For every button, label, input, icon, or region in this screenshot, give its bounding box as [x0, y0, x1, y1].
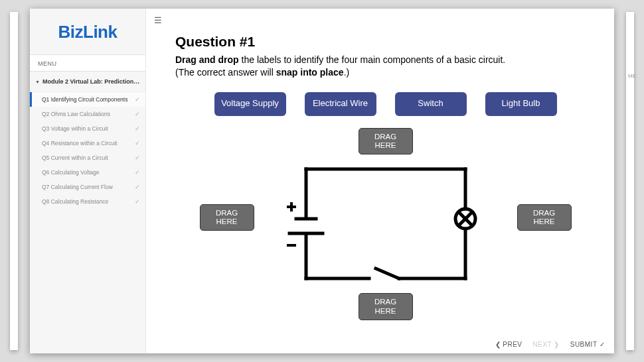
question-item-label: Q8 Calculating Resistance [42, 198, 108, 205]
dropzone-line1: DRAG [374, 133, 396, 141]
diagram-area: DRAG HERE DRAG HERE DRAG HERE DRAG HERE [200, 128, 572, 320]
question-item-label: Q1 Identifying Circuit Components [42, 96, 127, 103]
check-icon: ✓ [135, 154, 140, 161]
drag-label[interactable]: Voltage Supply [214, 92, 286, 116]
prev-slide-card [10, 12, 18, 350]
submit-label: SUBMIT [570, 341, 598, 348]
circuit-diagram [286, 156, 485, 295]
side-menu-hint: ME [628, 73, 636, 79]
dropzone-line1: DRAG [216, 209, 238, 217]
instr-rest-1: the labels to identify the four main com… [239, 54, 506, 65]
check-icon: ✓ [135, 184, 140, 190]
check-icon: ✓ [135, 125, 140, 132]
footer-nav: ❮ PREV NEXT ❯ SUBMIT ✓ [495, 341, 605, 348]
sidebar-question-item[interactable]: Q1 Identifying Circuit Components✓ [30, 92, 145, 107]
instr-close-2: .) [344, 67, 350, 78]
main-card: BizLink MENU ▼ Module 2 Virtual Lab: Pre… [30, 9, 614, 353]
dropzone-bottom[interactable]: DRAG HERE [359, 293, 413, 320]
instructions: Drag and drop the labels to identify the… [175, 54, 596, 79]
dropzone-line1: DRAG [533, 209, 555, 217]
dropzone-left[interactable]: DRAG HERE [200, 204, 254, 231]
sidebar-question-item[interactable]: Q4 Resistance within a Circuit✓ [30, 136, 145, 151]
sidebar-question-item[interactable]: Q6 Calculating Voltage✓ [30, 165, 145, 180]
check-icon: ✓ [600, 341, 605, 348]
sidebar-question-item[interactable]: Q7 Calculating Current Flow✓ [30, 180, 145, 194]
svg-line-7 [376, 269, 399, 278]
sidebar-question-item[interactable]: Q5 Current within a Circuit✓ [30, 151, 145, 165]
check-icon: ✓ [135, 198, 140, 205]
check-icon: ✓ [135, 140, 140, 147]
dropzone-line2: HERE [375, 307, 396, 315]
dropzone-line2: HERE [216, 217, 238, 225]
caret-down-icon: ▼ [35, 80, 40, 84]
drag-label[interactable]: Switch [395, 92, 467, 116]
drag-label[interactable]: Light Bulb [485, 92, 557, 116]
instr-bold-1: Drag and drop [175, 54, 239, 65]
brand-logo: BizLink [30, 9, 145, 54]
submit-button[interactable]: SUBMIT ✓ [570, 341, 605, 348]
sidebar: BizLink MENU ▼ Module 2 Virtual Lab: Pre… [30, 9, 146, 353]
sidebar-question-item[interactable]: Q3 Voltage within a Circuit✓ [30, 121, 145, 136]
question-item-label: Q5 Current within a Circuit [42, 154, 108, 161]
sidebar-question-item[interactable]: Q2 Ohms Law Calculations✓ [30, 107, 145, 121]
chevron-right-icon: ❯ [554, 341, 560, 348]
check-icon: ✓ [135, 169, 140, 176]
question-item-label: Q3 Voltage within a Circuit [42, 125, 108, 132]
dropzone-line1: DRAG [374, 298, 396, 306]
dropzone-right[interactable]: DRAG HERE [517, 204, 572, 231]
question-title: Question #1 [175, 34, 596, 50]
chevron-left-icon: ❮ [495, 341, 501, 348]
hamburger-icon[interactable]: ☰ [154, 15, 162, 25]
labels-row: Voltage SupplyElectrical WireSwitchLight… [175, 92, 596, 116]
dropzone-line2: HERE [375, 141, 396, 149]
next-label: NEXT [533, 341, 552, 348]
next-slide-card: ME [626, 12, 634, 350]
question-item-label: Q4 Resistance within a Circuit [42, 140, 117, 147]
menu-header: MENU [30, 54, 145, 72]
check-icon: ✓ [135, 96, 140, 103]
question-item-label: Q2 Ohms Law Calculations [42, 111, 110, 117]
check-icon: ✓ [135, 111, 140, 117]
sidebar-question-item[interactable]: Q8 Calculating Resistance✓ [30, 194, 145, 209]
drag-label[interactable]: Electrical Wire [305, 92, 376, 116]
next-button[interactable]: NEXT ❯ [533, 341, 560, 348]
instr-open-2: (The correct answer will [175, 67, 276, 78]
question-item-label: Q7 Calculating Current Flow [42, 184, 113, 190]
dropzone-top[interactable]: DRAG HERE [359, 128, 413, 154]
module-row[interactable]: ▼ Module 2 Virtual Lab: Predictions and … [30, 72, 145, 92]
prev-button[interactable]: ❮ PREV [495, 341, 523, 348]
dropzone-line2: HERE [534, 217, 555, 225]
question-item-label: Q6 Calculating Voltage [42, 169, 99, 176]
prev-label: PREV [503, 341, 522, 348]
content-area: ☰ Question #1 Drag and drop the labels t… [146, 9, 614, 353]
instr-bold-2: snap into place [276, 67, 344, 78]
module-title: Module 2 Virtual Lab: Predictions and Ca… [42, 78, 140, 85]
